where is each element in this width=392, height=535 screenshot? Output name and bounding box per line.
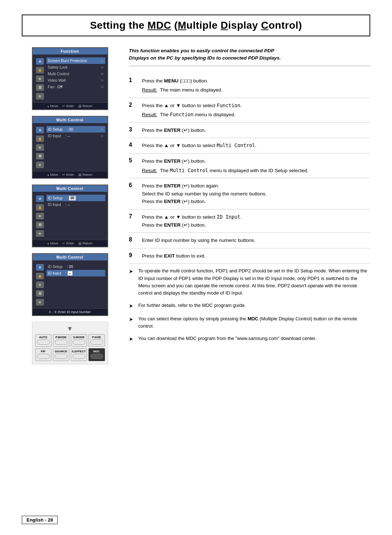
menu-item-screen-burn: Screen Burn Protection▷ [46,57,105,64]
step-num-4: 4 [129,142,136,148]
step-content-5: Press the ENTER (↵) button. Result: The … [142,157,370,174]
title-box: Setting the MDC (Multiple Display Contro… [22,15,370,36]
page: Setting the MDC (Multiple Display Contro… [0,0,392,535]
icon-settings: ⚙ [36,93,44,100]
step-content-3: Press the ENTER (↵) button. [142,126,370,134]
menu1-items: Screen Burn Protection▷ Safety Lock▷ Mul… [45,57,105,100]
result-label-5: Result: [142,167,157,175]
menu-item-multi-control: Multi Control▷ [46,70,105,77]
step-num-7: 7 [129,213,136,220]
menu4-icons: 🖥 🔒 ⚙ 🖼 ⚙ [35,263,45,305]
step-2: 2 Press the ▲ or ▼ button to select Func… [129,98,370,123]
note-3: ➤ You can select these options by simply… [129,315,370,330]
menu4-items: ID Setup : 00 ID Input : -- [45,263,105,305]
step-num-6: 6 [129,182,136,189]
note-arrow-3: ➤ [129,316,135,324]
footer-move: ⬥ Move [47,104,58,108]
footer-page-label: English - 28 [22,516,58,524]
icon-gear3: ⚙ [36,213,44,219]
menu-screenshot-1: Function 🖥 🔒 ⚙ 🖼 ⚙ Screen Burn Protec [32,47,108,110]
note-1: ➤ To operate the multi control function,… [129,267,370,297]
intro-paragraph: This function enables you to easily cont… [129,47,370,66]
note-2: ➤ For further details, refer to the MDC … [129,302,370,310]
remote-btn-pmode: P.MODE [53,334,69,347]
icon-lock3: 🔒 [36,204,44,211]
step-9: 9 Press the EXIT button to exit. [129,248,370,264]
icon-screen: 🖥 [36,58,44,65]
note-arrow-4: ➤ [129,335,135,343]
menu4-item-id-input: ID Input : -- [46,270,105,276]
menu1-icons: 🖥 🔒 ⚙ 🖼 ⚙ [35,57,45,100]
menu-screenshot-2: Multi Control 🖥 🔒 ⚙ 🖼 ⚙ ID Setup : [32,116,108,179]
menu2-footer: ⬥ Move ↵ Enter ▤ Return [33,171,107,178]
step-num-5: 5 [129,157,136,164]
step-content-1: Press the MENU (□□□) button. Result: The… [142,77,370,94]
step-content-9: Press the EXIT button to exit. [142,252,370,260]
icon-gear4: ⚙ [36,281,44,288]
menu2-icons: 🖥 🔒 ⚙ 🖼 ⚙ [35,126,45,168]
result-text-5: The Multi Control menu is displayed with… [160,167,309,175]
note-text-3: You can select these options by simply p… [138,315,370,330]
note-text-2: For further details, refer to the MDC pr… [138,302,246,309]
step-num-3: 3 [129,126,136,133]
footer-return: ▤ Return [78,104,93,108]
menu4-body: 🖥 🔒 ⚙ 🖼 ⚙ ID Setup : 00 ID Input [33,260,107,308]
icon-image4: 🖼 [36,290,44,297]
remote-btn-auto: AUTO [35,334,52,347]
note-arrow-1: ➤ [129,268,135,276]
notes-section: ➤ To operate the multi control function,… [129,267,370,343]
menu4-title: Multi Control [33,254,107,260]
menu1-footer: ⬥ Move ↵ Enter ▤ Return [33,102,107,109]
step-content-8: Enter ID input number by using the numer… [142,236,370,244]
icon-screen2: 🖥 [36,127,44,133]
menu2-items: ID Setup : 00▷ ID Input : --▷ [45,126,105,168]
menu2-item-id-setup: ID Setup : 00▷ [46,126,105,133]
icon-image3: 🖼 [36,222,44,228]
menu4-item-id-setup: ID Setup : 00 [46,263,105,270]
remote-control-image: ▼ AUTO P.MODE S.MODE P.SIZE PIP SOURCE S… [32,322,108,364]
icon-image: 🖼 [36,84,44,91]
step-num-8: 8 [129,236,136,243]
page-footer: English - 28 [22,516,58,524]
note-arrow-2: ➤ [129,302,135,310]
remote-btn-mdc: MDC [89,348,105,361]
remote-row1: AUTO P.MODE S.MODE P.SIZE [35,334,105,347]
step-6: 6 Press the ENTER (↵) button again. Sele… [129,178,370,210]
icon-screen4: 🖥 [36,264,44,271]
menu-item-fan: Fan : Off▷ [46,84,105,90]
menu4-footer: 0 .. 9: Enter ID Input Number [33,308,107,315]
steps-list: 1 Press the MENU (□□□) button. Result: T… [129,73,370,264]
note-text-1: To operate the multi control function, P… [138,267,370,297]
icon-gear2: ⚙ [36,144,44,151]
page-title: Setting the MDC (Multiple Display Contro… [30,20,362,31]
left-column: Function 🖥 🔒 ⚙ 🖼 ⚙ Screen Burn Protec [22,47,118,364]
remote-btn-source: SOURCE [53,348,69,361]
menu2-title: Multi Control [33,117,107,123]
remote-btn-psize: P.SIZE [89,334,105,347]
icon-lock: 🔒 [36,67,44,73]
content-layout: Function 🖥 🔒 ⚙ 🖼 ⚙ Screen Burn Protec [22,47,370,364]
menu2-body: 🖥 🔒 ⚙ 🖼 ⚙ ID Setup : 00▷ ID Input [33,123,107,171]
step-8: 8 Enter ID input number by using the num… [129,233,370,248]
menu3-title: Multi Control [33,185,107,192]
menu3-footer: ⬥ Move ↵ Enter ▤ Return [33,240,107,247]
step-num-2: 2 [129,102,136,108]
icon-gear: ⚙ [36,76,44,82]
menu3-item-id-input: ID Input : -- [46,201,105,208]
icon-settings2: ⚙ [36,162,44,168]
step-4: 4 Press the ▲ or ▼ button to select Mult… [129,138,370,154]
step-content-6: Press the ENTER (↵) button again. Select… [142,182,370,206]
menu4-footer-label: 0 .. 9: Enter ID Input Number [49,310,91,314]
menu1-title: Function [33,48,107,54]
footer-enter: ↵ Enter [62,104,74,108]
menu1-body: 🖥 🔒 ⚙ 🖼 ⚙ Screen Burn Protection▷ Safe [33,54,107,102]
menu-item-safety-lock: Safety Lock▷ [46,64,105,70]
step-content-4: Press the ▲ or ▼ button to select Multi … [142,142,370,150]
note-4: ➤ You can download the MDC program from … [129,335,370,343]
icon-image2: 🖼 [36,153,44,159]
menu3-item-id-setup: ID Setup : 00 [46,195,105,201]
result-label-1: Result: [142,86,157,94]
note-text-4: You can download the MDC program from th… [138,335,317,342]
icon-settings3: ⚙ [36,230,44,237]
step-content-2: Press the ▲ or ▼ button to select Functi… [142,102,370,119]
